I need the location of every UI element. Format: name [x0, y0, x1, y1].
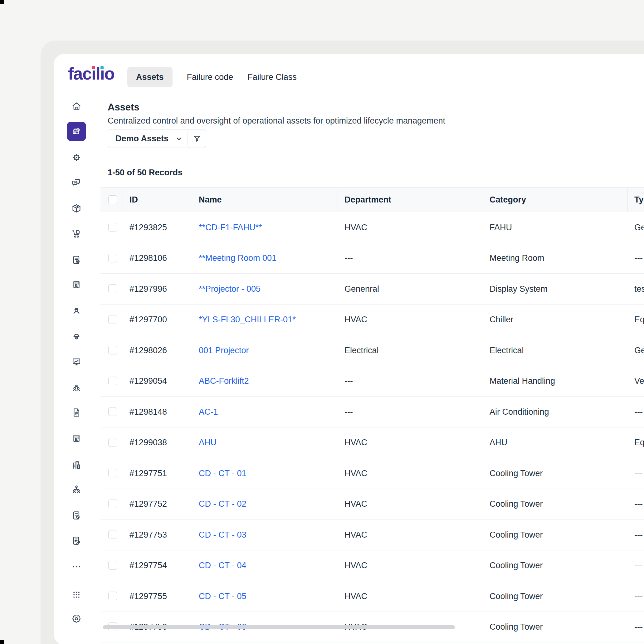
sidebar-item-document-clock[interactable]: [67, 506, 86, 525]
row-checkbox[interactable]: [108, 407, 117, 416]
filter-button[interactable]: [188, 129, 206, 148]
cell-type: Eq: [634, 315, 644, 324]
tab-failure-class[interactable]: Failure Class: [247, 72, 297, 82]
column-header-id[interactable]: ID: [129, 188, 138, 212]
view-selector-button[interactable]: Demo Assets: [108, 129, 191, 148]
cell-name-link[interactable]: CD - CT - 01: [199, 468, 246, 478]
table-row: #1293825**CD-F1-FAHU**HVACFAHUGe: [100, 212, 644, 243]
cell-category: Cooling Tower: [490, 622, 543, 632]
row-checkbox[interactable]: [108, 592, 117, 600]
cell-name-link[interactable]: CD - CT - 05: [199, 591, 246, 601]
sidebar-item-people-group[interactable]: [67, 378, 86, 398]
cell-category: FAHU: [490, 222, 512, 232]
sidebar-item-building-person-2[interactable]: [67, 429, 86, 448]
cell-id: #1297753: [129, 530, 167, 539]
row-checkbox[interactable]: [108, 469, 117, 477]
funnel-icon: [193, 134, 201, 143]
apps-grid-icon: [71, 589, 82, 600]
sidebar-item-more[interactable]: [67, 557, 86, 576]
table-row: #1298148AC-1---Air Conditioning---: [100, 397, 644, 427]
logo-letter-i: ı: [100, 64, 105, 83]
building-person-icon: [71, 433, 82, 444]
sidebar-item-buildings[interactable]: [67, 455, 86, 475]
row-checkbox[interactable]: [108, 438, 117, 447]
sidebar-item-document-check[interactable]: [67, 250, 86, 270]
row-checkbox[interactable]: [108, 284, 117, 293]
sidebar-item-cart[interactable]: [67, 224, 86, 244]
table-row: #1297751CD - CT - 01HVACCooling Tower---: [100, 458, 644, 489]
table-row: #1299038AHUHVACAHUEq: [100, 427, 644, 458]
sidebar-item-worker[interactable]: [67, 301, 86, 320]
sidebar-item-hardhat-check[interactable]: [67, 327, 86, 346]
cell-type: ---: [634, 253, 643, 263]
sidebar-item-monitor-chart[interactable]: [67, 352, 86, 372]
column-divider: [192, 188, 192, 212]
sidebar-item-home[interactable]: [67, 96, 86, 116]
cell-type: Eq: [634, 438, 644, 447]
table-header: IDNameDepartmentCategoryTy: [100, 187, 644, 212]
chevron-down-icon: [175, 134, 183, 143]
cell-category: Chiller: [490, 315, 514, 324]
cell-type: ---: [634, 407, 643, 417]
sidebar-item-chat-question[interactable]: [67, 173, 86, 192]
horizontal-scrollbar[interactable]: [103, 625, 455, 629]
row-checkbox[interactable]: [108, 254, 117, 262]
buildings-icon: [71, 460, 82, 470]
cell-name-link[interactable]: **Meeting Room 001: [199, 253, 276, 263]
cell-department: HVAC: [344, 468, 367, 478]
sidebar-item-settings[interactable]: [67, 609, 86, 628]
cell-department: ---: [344, 407, 353, 417]
sidebar-item-gear-wrench[interactable]: [67, 148, 86, 167]
cell-name-link[interactable]: 001 Projector: [199, 345, 249, 355]
cell-department: Electrical: [344, 345, 379, 355]
cell-name-link[interactable]: AHU: [199, 438, 217, 447]
cell-name-link[interactable]: CD - CT - 02: [199, 499, 246, 509]
cell-id: #1297700: [129, 315, 167, 324]
worker-helmet-icon: [71, 305, 82, 316]
cell-category: Cooling Tower: [490, 591, 543, 601]
monitor-chart-icon: [71, 357, 82, 367]
sidebar-item-document-transfer[interactable]: [67, 403, 86, 422]
cell-name-link[interactable]: CD - CT - 03: [199, 530, 246, 539]
people-group-icon: [71, 383, 82, 393]
cell-name-link[interactable]: ABC-Forklift2: [199, 376, 249, 386]
cell-name-link[interactable]: **CD-F1-FAHU**: [199, 222, 262, 232]
sidebar-item-apps[interactable]: [67, 585, 86, 604]
page-title: Assets: [108, 102, 139, 113]
sidebar-item-assets[interactable]: [67, 122, 86, 141]
cell-category: Air Conditioning: [490, 407, 549, 417]
column-divider: [627, 188, 628, 212]
cell-name-link[interactable]: AC-1: [199, 407, 218, 417]
row-checkbox[interactable]: [108, 561, 117, 570]
sidebar-item-org-chart[interactable]: [67, 480, 86, 499]
row-checkbox[interactable]: [108, 223, 117, 232]
cell-category: Cooling Tower: [490, 530, 543, 539]
sidebar-item-building-person[interactable]: [67, 275, 86, 294]
sidebar-item-package[interactable]: [67, 199, 86, 218]
building-person-icon: [71, 279, 82, 290]
cell-name-link[interactable]: *YLS-FL30_CHILLER-01*: [199, 315, 296, 324]
row-checkbox[interactable]: [108, 346, 117, 354]
cell-name-link[interactable]: CD - CT - 04: [199, 561, 246, 570]
document-clock-icon: [71, 510, 82, 521]
cell-type: tes: [634, 284, 644, 294]
org-chart-icon: [71, 484, 82, 495]
row-checkbox[interactable]: [108, 500, 117, 508]
column-header-category[interactable]: Category: [490, 188, 526, 212]
logo-dot-pink: [92, 66, 95, 69]
cell-name-link[interactable]: **Projector - 005: [199, 284, 261, 294]
tab-assets[interactable]: Assets: [127, 67, 173, 87]
tab-failure-code[interactable]: Failure code: [187, 72, 233, 82]
cell-department: ---: [344, 253, 353, 263]
row-checkbox[interactable]: [108, 530, 117, 539]
sidebar-item-document-edit[interactable]: [67, 531, 86, 550]
column-header-name[interactable]: Name: [199, 188, 222, 212]
select-all-checkbox[interactable]: [108, 195, 117, 204]
asset-machine-icon: [71, 126, 82, 137]
column-header-ty[interactable]: Ty: [634, 188, 644, 212]
table-row: #1297754CD - CT - 04HVACCooling Tower---: [100, 550, 644, 581]
row-checkbox[interactable]: [108, 377, 117, 385]
row-checkbox[interactable]: [108, 315, 117, 324]
column-header-department[interactable]: Department: [344, 188, 391, 212]
cell-department: HVAC: [344, 222, 367, 232]
